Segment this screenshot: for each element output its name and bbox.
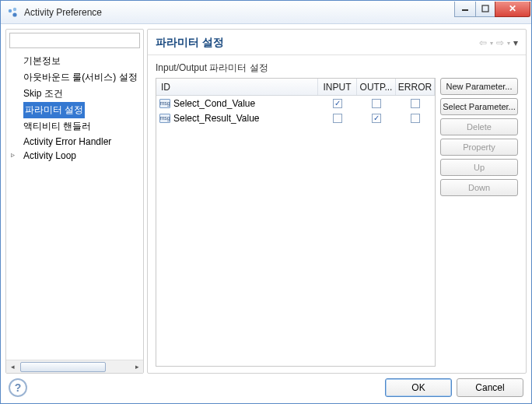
cell-id: msg Select_Result_Value bbox=[156, 111, 318, 125]
checkbox-input[interactable] bbox=[333, 114, 342, 123]
scroll-thumb[interactable] bbox=[20, 362, 106, 372]
svg-rect-4 bbox=[482, 5, 488, 12]
forward-menu-icon[interactable]: ▾ bbox=[507, 40, 510, 47]
col-error[interactable]: ERROR bbox=[396, 79, 435, 95]
svg-point-2 bbox=[12, 12, 16, 16]
help-icon[interactable]: ? bbox=[9, 378, 27, 397]
select-parameter-button[interactable]: Select Parameter... bbox=[440, 98, 518, 115]
dialog-window: Activity Preference ✕ 기본정보 아웃바운드 룰(서비스) … bbox=[0, 0, 532, 404]
new-parameter-button[interactable]: New Parameter... bbox=[440, 78, 518, 95]
msg-icon: msg bbox=[159, 99, 170, 108]
down-button[interactable]: Down bbox=[440, 179, 518, 196]
table-header: ID INPUT OUTP... ERROR bbox=[156, 79, 435, 96]
scroll-left-icon[interactable]: ◂ bbox=[6, 361, 19, 373]
table-body: msg Select_Cond_Value ✓ msg bbox=[156, 96, 435, 366]
delete-button[interactable]: Delete bbox=[440, 118, 518, 135]
back-menu-icon[interactable]: ▾ bbox=[490, 40, 493, 47]
page-header: 파라미터 설정 ⇦▾ ⇨▾ ▾ bbox=[148, 30, 526, 55]
category-panel: 기본정보 아웃바운드 룰(서비스) 설정 Skip 조건 파라미터 설정 액티비… bbox=[5, 29, 144, 374]
titlebar[interactable]: Activity Preference ✕ bbox=[1, 1, 531, 24]
msg-icon: msg bbox=[159, 114, 170, 123]
app-icon bbox=[7, 6, 19, 19]
menu-icon[interactable]: ▾ bbox=[513, 37, 518, 48]
cancel-button[interactable]: Cancel bbox=[457, 378, 523, 397]
search-input[interactable] bbox=[9, 33, 140, 48]
dialog-body: 기본정보 아웃바운드 룰(서비스) 설정 Skip 조건 파라미터 설정 액티비… bbox=[1, 24, 531, 403]
group-label: Input/Output 파라미터 설정 bbox=[156, 61, 518, 75]
checkbox-error[interactable] bbox=[411, 99, 420, 108]
button-column: New Parameter... Select Parameter... Del… bbox=[440, 78, 518, 367]
tree-item[interactable]: Skip 조건 bbox=[6, 86, 143, 102]
checkbox-error[interactable] bbox=[411, 114, 420, 123]
page-panel: 파라미터 설정 ⇦▾ ⇨▾ ▾ Input/Output 파라미터 설정 ID … bbox=[147, 29, 527, 374]
back-icon[interactable]: ⇦ bbox=[479, 37, 487, 48]
page-body: Input/Output 파라미터 설정 ID INPUT OUTP... ER… bbox=[148, 55, 526, 373]
maximize-button[interactable] bbox=[475, 2, 495, 17]
checkbox-output[interactable] bbox=[372, 99, 381, 108]
horizontal-scrollbar[interactable]: ◂ ▸ bbox=[6, 360, 143, 373]
nav-arrows: ⇦▾ ⇨▾ ▾ bbox=[479, 37, 518, 48]
up-button[interactable]: Up bbox=[440, 159, 518, 176]
svg-point-0 bbox=[9, 9, 12, 12]
table-area: ID INPUT OUTP... ERROR msg Select_Cond_V… bbox=[156, 78, 518, 367]
table-row[interactable]: msg Select_Result_Value ✓ bbox=[156, 111, 435, 125]
row-id-label: Select_Result_Value bbox=[173, 113, 260, 124]
col-id[interactable]: ID bbox=[156, 79, 318, 95]
page-title: 파라미터 설정 bbox=[156, 36, 479, 50]
svg-point-1 bbox=[13, 7, 16, 10]
svg-rect-3 bbox=[462, 9, 468, 11]
table-row[interactable]: msg Select_Cond_Value ✓ bbox=[156, 96, 435, 111]
category-tree[interactable]: 기본정보 아웃바운드 룰(서비스) 설정 Skip 조건 파라미터 설정 액티비… bbox=[6, 51, 143, 360]
scroll-right-icon[interactable]: ▸ bbox=[131, 361, 143, 373]
window-buttons: ✕ bbox=[455, 2, 530, 17]
tree-item[interactable]: Activity Error Handler bbox=[6, 135, 143, 149]
cell-id: msg Select_Cond_Value bbox=[156, 96, 318, 111]
minimize-button[interactable] bbox=[454, 2, 476, 17]
col-input[interactable]: INPUT bbox=[318, 79, 357, 95]
ok-button[interactable]: OK bbox=[385, 378, 452, 397]
tree-item-selected[interactable]: 파라미터 설정 bbox=[23, 102, 85, 118]
content-area: 기본정보 아웃바운드 룰(서비스) 설정 Skip 조건 파라미터 설정 액티비… bbox=[5, 29, 527, 374]
window-title: Activity Preference bbox=[24, 7, 455, 18]
tree-item[interactable]: 기본정보 bbox=[6, 53, 143, 69]
close-button[interactable]: ✕ bbox=[495, 2, 530, 17]
forward-icon[interactable]: ⇨ bbox=[496, 37, 504, 48]
row-id-label: Select_Cond_Value bbox=[173, 98, 255, 109]
col-output[interactable]: OUTP... bbox=[357, 79, 396, 95]
property-button[interactable]: Property bbox=[440, 139, 518, 156]
parameter-table: ID INPUT OUTP... ERROR msg Select_Cond_V… bbox=[156, 78, 436, 367]
checkbox-output[interactable]: ✓ bbox=[372, 114, 381, 123]
tree-item[interactable]: 액티비티 핸들러 bbox=[6, 118, 143, 135]
checkbox-input[interactable]: ✓ bbox=[333, 99, 342, 108]
tree-item-expandable[interactable]: Activity Loop bbox=[6, 149, 143, 163]
tree-item[interactable]: 아웃바운드 룰(서비스) 설정 bbox=[6, 69, 143, 86]
dialog-footer: ? OK Cancel bbox=[5, 374, 527, 397]
